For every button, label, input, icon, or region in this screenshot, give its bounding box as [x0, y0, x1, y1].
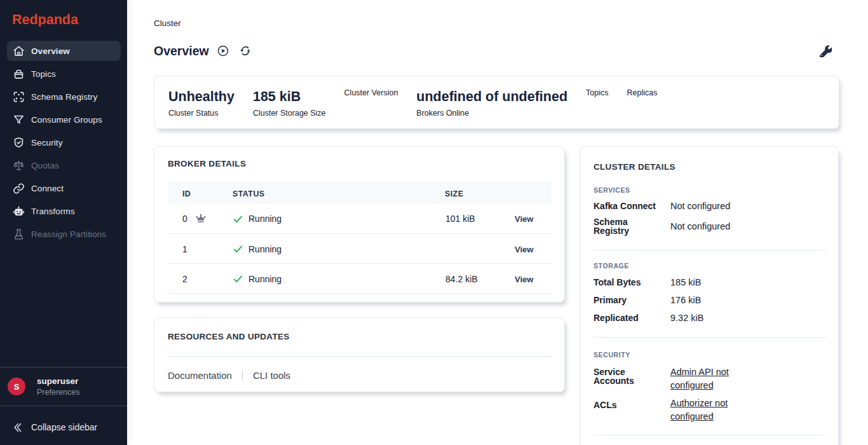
svg-text:Redpanda: Redpanda: [12, 13, 79, 27]
